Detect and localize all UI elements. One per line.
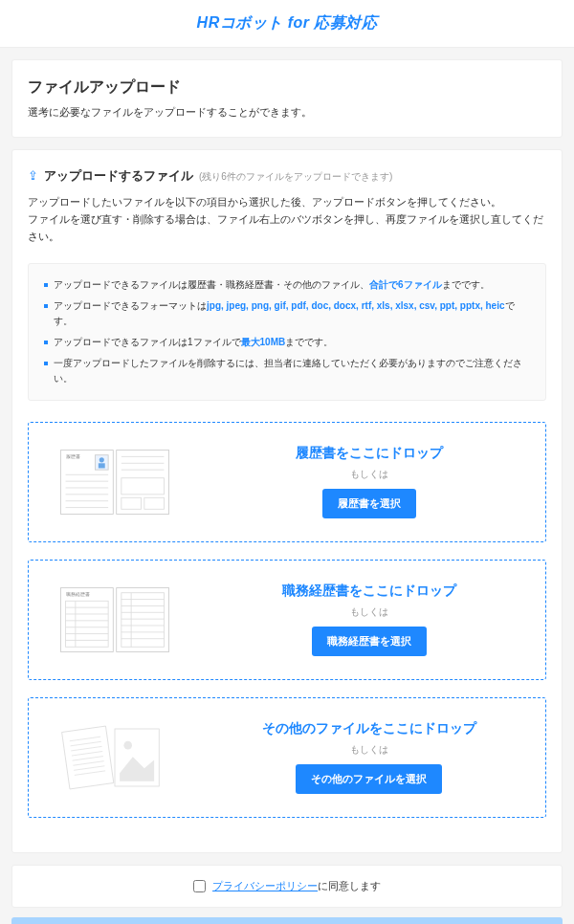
other-doc-icon — [40, 719, 188, 796]
svg-point-49 — [123, 740, 132, 749]
resume-doc-icon: 履歴書 — [40, 444, 188, 520]
upload-card: ⇪ アップロードするファイル (残り6件のファイルをアップロードできます) アッ… — [11, 149, 563, 853]
select-cv-button[interactable]: 職務経歴書を選択 — [312, 627, 427, 656]
cv-doc-icon: 職務経歴書 — [40, 582, 188, 658]
rule-item: アップロードできるファイルは履歴書・職務経歴書・その他のファイル、合計で6ファイ… — [44, 277, 530, 293]
intro-card: ファイルアップロード 選考に必要なファイルをアップロードすることができます。 — [11, 59, 563, 138]
rules-box: アップロードできるファイルは履歴書・職務経歴書・その他のファイル、合計で6ファイ… — [28, 263, 546, 401]
logo: HRコボット for 応募対応 — [0, 13, 574, 33]
page-desc: 選考に必要なファイルをアップロードすることができます。 — [28, 105, 546, 120]
upload-icon: ⇪ — [28, 168, 38, 183]
section-title: アップロードするファイル — [44, 167, 193, 185]
consent-suffix: に同意します — [318, 880, 381, 891]
dropzone-resume[interactable]: 履歴書 履歴書をここにドロップ もしくは — [28, 422, 546, 542]
svg-text:職務経歴書: 職務経歴書 — [65, 591, 89, 597]
upload-button[interactable]: ⇪ファイルをアップロード — [11, 917, 563, 924]
dropzone-title: 職務経歴書をここにドロップ — [204, 583, 534, 600]
app-header: HRコボット for 応募対応 — [0, 0, 574, 48]
rule-item: アップロードできるフォーマットはjpg, jpeg, png, gif, pdf… — [44, 298, 530, 329]
select-other-button[interactable]: その他のファイルを選択 — [296, 764, 442, 794]
consent-checkbox[interactable] — [193, 880, 206, 892]
dropzone-or: もしくは — [204, 468, 534, 481]
rule-item: 一度アップロードしたファイルを削除するには、担当者に連絡していただく必要がありま… — [44, 356, 530, 386]
instructions: アップロードしたいファイルを以下の項目から選択した後、アップロードボタンを押して… — [28, 194, 546, 246]
page-title: ファイルアップロード — [28, 77, 546, 98]
svg-rect-38 — [61, 726, 113, 789]
dropzone-or: もしくは — [204, 743, 534, 757]
rule-item: アップロードできるファイルは1ファイルで最大10MBまでです。 — [44, 335, 530, 350]
svg-rect-18 — [60, 587, 113, 651]
dropzone-cv[interactable]: 職務経歴書 職務経歴書をここにドロップ もしくは — [28, 560, 546, 680]
svg-rect-4 — [98, 463, 104, 468]
consent-box: プライバシーポリシーに同意します — [11, 865, 563, 908]
instruction-line: アップロードしたいファイルを以下の項目から選択した後、アップロードボタンを押して… — [28, 194, 546, 211]
svg-point-3 — [99, 457, 103, 462]
select-resume-button[interactable]: 履歴書を選択 — [322, 489, 416, 518]
section-sub: (残り6件のファイルをアップロードできます) — [199, 170, 392, 184]
dropzone-other[interactable]: その他のファイルをここにドロップ もしくは その他のファイルを選択 — [28, 697, 546, 818]
dropzone-title: その他のファイルをここにドロップ — [204, 720, 534, 737]
dropzone-or: もしくは — [204, 605, 534, 619]
svg-rect-28 — [116, 587, 168, 651]
privacy-policy-link[interactable]: プライバシーポリシー — [212, 880, 318, 891]
svg-text:履歴書: 履歴書 — [65, 453, 79, 459]
svg-rect-11 — [116, 450, 168, 514]
dropzone-title: 履歴書をここにドロップ — [204, 445, 534, 462]
instruction-line: ファイルを選び直す・削除する場合は、ファイル右上のバツボタンを押し、再度ファイル… — [28, 211, 546, 246]
